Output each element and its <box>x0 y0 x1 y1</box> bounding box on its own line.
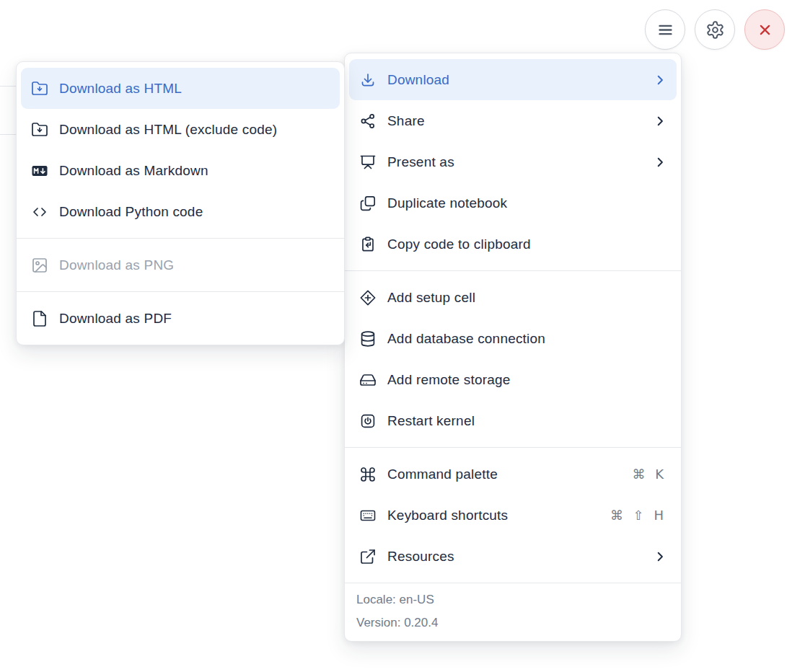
menu-item-restart-kernel[interactable]: Restart kernel <box>349 400 677 441</box>
shortcut-hint: ⌘ K <box>632 467 667 482</box>
download-submenu: Download as HTMLDownload as HTML (exclud… <box>16 61 345 345</box>
menu-item-resources[interactable]: Resources <box>349 536 677 577</box>
menu-item-share[interactable]: Share <box>349 100 677 141</box>
menu-button[interactable] <box>645 9 685 50</box>
menu-item-copy-code-to-clipboard[interactable]: Copy code to clipboard <box>349 224 677 265</box>
chevron-right-icon <box>652 113 668 129</box>
menu-item-download-as-html[interactable]: Download as HTML <box>21 68 340 109</box>
menu-item-download-as-png: Download as PNG <box>21 244 340 286</box>
menu-separator <box>17 291 344 292</box>
menu-item-label: Download as Markdown <box>59 163 333 179</box>
background-rule <box>0 134 17 135</box>
markdown-download-icon <box>31 162 48 180</box>
menu-item-label: Keyboard shortcuts <box>387 508 610 523</box>
version-text: Version: 0.20.4 <box>356 611 669 635</box>
menu-item-label: Restart kernel <box>387 413 669 429</box>
menu-item-label: Add remote storage <box>387 372 669 388</box>
menu-item-command-palette[interactable]: Command palette⌘ K <box>349 454 677 495</box>
hard-drive-icon <box>359 371 377 389</box>
menu-item-label: Download as PNG <box>59 257 333 273</box>
menu-item-label: Present as <box>387 154 652 170</box>
menu-item-label: Download as PDF <box>59 311 333 327</box>
menu-item-add-database-connection[interactable]: Add database connection <box>349 318 677 359</box>
close-button[interactable] <box>744 9 785 50</box>
close-icon <box>755 20 775 40</box>
menu-item-download-python-code[interactable]: Download Python code <box>21 191 340 232</box>
chevron-right-icon <box>652 72 668 88</box>
clipboard-copy-icon <box>359 236 377 253</box>
code-icon <box>31 203 48 221</box>
shortcut-hint: ⌘ ⇧ H <box>610 508 667 523</box>
menu-item-label: Add setup cell <box>387 290 669 306</box>
folder-download-icon <box>31 121 48 138</box>
menu-item-label: Download as HTML <box>59 81 333 97</box>
menu-item-duplicate-notebook[interactable]: Duplicate notebook <box>349 182 677 224</box>
download-icon <box>359 71 377 89</box>
external-link-icon <box>359 548 377 565</box>
menu-item-label: Resources <box>387 549 652 565</box>
presentation-icon <box>359 154 377 171</box>
menu-item-label: Download Python code <box>59 204 333 220</box>
command-icon <box>359 466 377 483</box>
file-icon <box>31 310 48 327</box>
menu-item-label: Add database connection <box>387 331 669 347</box>
menu-item-add-setup-cell[interactable]: Add setup cell <box>349 277 677 318</box>
hamburger-icon <box>656 20 675 40</box>
menu-item-download-as-markdown[interactable]: Download as Markdown <box>21 150 340 191</box>
share-icon <box>359 112 377 130</box>
background-rule <box>0 86 17 87</box>
chevron-right-icon <box>652 549 668 565</box>
menu-item-add-remote-storage[interactable]: Add remote storage <box>349 359 677 400</box>
diamond-plus-icon <box>359 289 377 306</box>
keyboard-icon <box>359 507 377 524</box>
folder-download-icon <box>31 80 48 97</box>
menu-item-label: Copy code to clipboard <box>387 236 669 252</box>
menu-item-keyboard-shortcuts[interactable]: Keyboard shortcuts⌘ ⇧ H <box>349 495 677 536</box>
chevron-right-icon <box>652 154 668 170</box>
menu-item-label: Download as HTML (exclude code) <box>59 122 333 138</box>
menu-item-present-as[interactable]: Present as <box>349 141 677 182</box>
menu-item-label: Share <box>387 113 652 129</box>
menu-footer: Locale: en-US Version: 0.20.4 <box>345 583 681 641</box>
menu-item-label: Duplicate notebook <box>387 195 669 211</box>
menu-item-download-as-pdf[interactable]: Download as PDF <box>21 298 340 339</box>
menu-item-label: Command palette <box>387 467 632 482</box>
settings-button[interactable] <box>695 9 735 50</box>
copy-icon <box>359 195 377 212</box>
locale-text: Locale: en-US <box>356 588 669 611</box>
power-icon <box>359 412 377 430</box>
main-menu: DownloadSharePresent asDuplicate noteboo… <box>344 53 682 642</box>
gear-icon <box>705 20 725 40</box>
menu-item-label: Download <box>387 72 652 88</box>
menu-separator <box>345 447 681 448</box>
image-icon <box>31 257 48 274</box>
menu-item-download-as-html-exclude-code[interactable]: Download as HTML (exclude code) <box>21 109 340 150</box>
database-icon <box>359 330 377 348</box>
menu-item-download[interactable]: Download <box>349 59 677 100</box>
menu-separator <box>345 270 681 271</box>
menu-separator <box>17 238 344 239</box>
